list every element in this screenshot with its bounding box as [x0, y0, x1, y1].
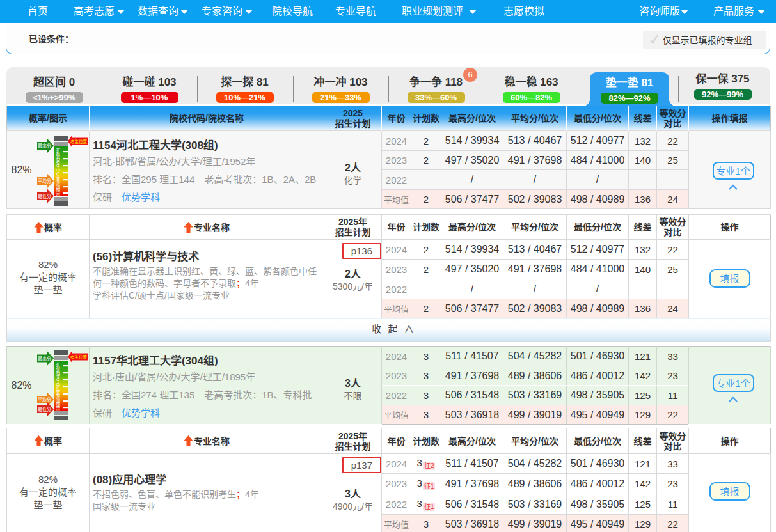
svg-text:最低分: 最低分: [38, 193, 51, 199]
svg-text:示: 示: [56, 192, 61, 196]
svg-text:考生位置: 考生位置: [70, 139, 87, 145]
svg-text:示: 示: [56, 406, 61, 411]
svg-text:最高分: 最高分: [38, 356, 51, 362]
svg-text:平均分: 平均分: [38, 396, 51, 403]
svg-text:最高分: 最高分: [38, 143, 51, 149]
svg-text:最低分: 最低分: [38, 406, 51, 412]
svg-text:考生位置: 考生位置: [70, 354, 87, 360]
svg-text:平均分: 平均分: [38, 178, 51, 184]
